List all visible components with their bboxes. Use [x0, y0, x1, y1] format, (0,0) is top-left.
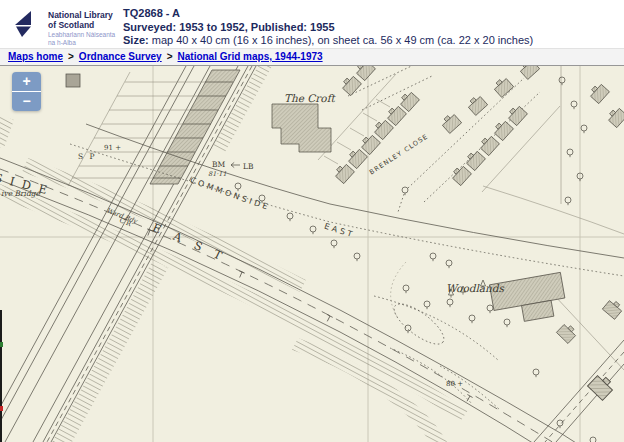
map-label-benchmark: BM: [212, 160, 226, 169]
map-size-value: map 40 x 40 cm (16 x 16 inches), on shee…: [149, 34, 534, 46]
zoom-control: + −: [12, 72, 41, 111]
map-label-spot-height-80: 80 +: [446, 380, 463, 388]
map-label-spot-height-91: 91 +: [104, 144, 121, 152]
sheet-edge-red-mark: [0, 406, 3, 411]
map-label-letter-box: LB: [243, 162, 254, 171]
map-sheet-id: TQ2868 - A: [123, 7, 533, 21]
map-size-label: Size:: [123, 34, 149, 46]
logo-gaelic-line2: na h-Alba: [48, 39, 115, 47]
nls-logo-icon[interactable]: [13, 8, 43, 38]
logo-gaelic-line1: Leabharlann Nàiseanta: [48, 31, 115, 39]
zoom-in-button[interactable]: +: [12, 72, 41, 92]
map-sheet-info: TQ2868 - A Surveyed: 1953 to 1952, Publi…: [123, 7, 533, 48]
site-header: National Library of Scotland Leabharlann…: [0, 0, 624, 48]
breadcrumb: Maps home>Ordnance Survey>National Grid …: [0, 48, 624, 66]
breadcrumb-separator: >: [167, 51, 173, 62]
logo-name-line2: of Scotland: [48, 21, 115, 31]
map-label-the-croft: The Croft: [284, 92, 337, 104]
zoom-out-button[interactable]: −: [12, 92, 41, 111]
sheet-edge-green-mark: [0, 342, 3, 347]
map-label-benchmark-value: 81·11: [208, 170, 227, 178]
breadcrumb-separator: >: [68, 51, 74, 62]
breadcrumb-link-ordnance-survey[interactable]: Ordnance Survey: [79, 51, 162, 62]
map-label-woodlands: Woodlands: [446, 282, 505, 294]
map-canvas[interactable]: + −: [0, 66, 624, 442]
map-label-signal-post: S P: [78, 152, 97, 161]
breadcrumb-link-national-grid-maps[interactable]: National Grid maps, 1944-1973: [178, 51, 323, 62]
map-size-line: Size: map 40 x 40 cm (16 x 16 inches), o…: [123, 34, 533, 48]
os-map-tile: The Croft Woodlands ive Bridge S P 91 + …: [0, 66, 624, 442]
breadcrumb-link-maps-home[interactable]: Maps home: [8, 51, 63, 62]
map-survey-dates: Surveyed: 1953 to 1952, Published: 1955: [123, 21, 533, 35]
nls-logo-text[interactable]: National Library of Scotland Leabharlann…: [48, 11, 115, 46]
adjacent-sheet-edge: [0, 310, 2, 442]
